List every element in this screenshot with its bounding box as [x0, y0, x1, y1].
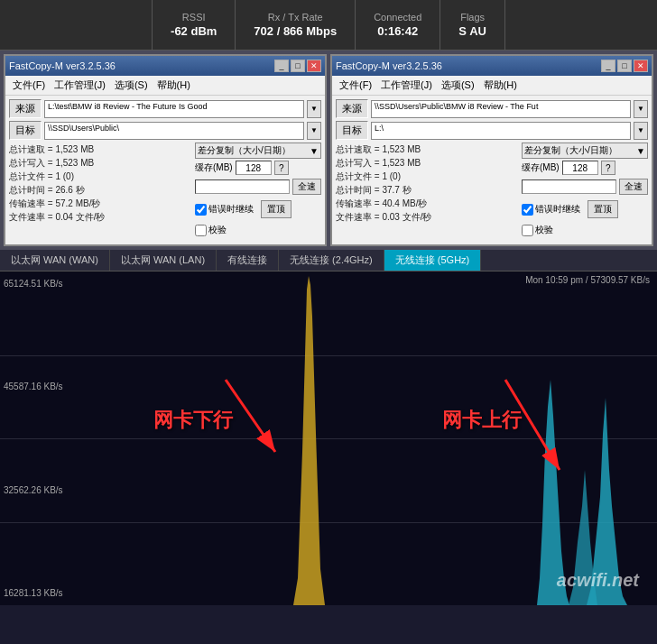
tab-wired[interactable]: 有线连接 [217, 250, 279, 271]
fc2-cache-row: 缓存(MB) ? [522, 161, 648, 175]
fc1-body: 来源 L:\test\BMW i8 Review - The Future Is… [5, 96, 325, 244]
fc2-dest-button[interactable]: 目标 [336, 121, 368, 140]
fc1-checkbox-row: 错误时继续 置顶 [195, 200, 321, 218]
fc2-checkbox-verify[interactable]: 校验 [522, 224, 553, 236]
rssi-cell: RSSI -62 dBm [152, 0, 236, 50]
fc2-menu-options[interactable]: 选项(S) [438, 78, 478, 93]
tab-wan-lan[interactable]: 以太网 WAN (LAN) [110, 250, 217, 271]
tab-wireless-24[interactable]: 无线连接 (2.4GHz) [279, 250, 384, 271]
fc1-checkbox-error[interactable]: 错误时继续 [195, 203, 254, 216]
fc1-mode-label: 差分复制（大小/日期） [198, 144, 291, 157]
fc2-dest-row: 目标 L:\ ▼ [336, 121, 648, 140]
windows-container: FastCopy-M ver3.2.5.36 _ □ ✕ 文件(F) 工作管理(… [0, 51, 657, 250]
fc1-stats-area: 总计速取 = 1,523 MB 总计写入 = 1,523 MB 总计文件 = 1… [9, 143, 321, 238]
fc1-stat-3: 总计文件 = 1 (0) [9, 170, 190, 183]
fc2-close-button[interactable]: ✕ [634, 60, 648, 72]
rxtx-value: 702 / 866 Mbps [254, 24, 337, 38]
fc1-maximize-button[interactable]: □ [291, 60, 305, 72]
fc2-title: FastCopy-M ver3.2.5.36 [336, 60, 442, 71]
flags-value: S AU [458, 24, 486, 38]
connected-label: Connected [374, 12, 421, 23]
fc1-titlebar-icons: _ □ ✕ [274, 60, 321, 72]
fc2-minimize-button[interactable]: _ [601, 60, 615, 72]
flags-cell: Flags S AU [440, 0, 505, 50]
tabs-row: 以太网 WAN (WAN) 以太网 WAN (LAN) 有线连接 无线连接 (2… [0, 250, 657, 271]
fc2-source-row: 来源 \\SSD\Users\Public\BMW i8 Review - Th… [336, 99, 648, 118]
fc2-fullspeed-button[interactable]: 全速 [619, 179, 648, 195]
arrow-upload [433, 362, 596, 488]
rssi-value: -62 dBm [171, 24, 217, 38]
fc1-source-button[interactable]: 来源 [9, 99, 42, 118]
fc2-stat-1: 总计速取 = 1,523 MB [336, 143, 516, 156]
fc1-source-input[interactable]: L:\test\BMW i8 Review - The Future Is Go… [44, 100, 304, 118]
fc2-dest-dropdown[interactable]: ▼ [634, 122, 648, 140]
fc1-minimize-button[interactable]: _ [274, 60, 289, 72]
fc2-body: 来源 \\SSD\Users\Public\BMW i8 Review - Th… [332, 96, 652, 244]
fc1-top-button[interactable]: 置顶 [261, 200, 291, 218]
fc1-dest-input[interactable]: \\SSD\Users\Public\ [44, 122, 304, 140]
fc2-question-button[interactable]: ? [601, 161, 615, 175]
fc1-stat-6: 文件速率 = 0.04 文件/秒 [9, 210, 190, 224]
fc1-checkbox-verify[interactable]: 校验 [195, 224, 227, 236]
fc2-verify-checkbox[interactable] [522, 225, 533, 236]
fc2-maximize-button[interactable]: □ [617, 60, 632, 72]
fc2-stat-2: 总计写入 = 1,523 MB [336, 156, 516, 170]
fc2-dest-input[interactable]: L:\ [371, 122, 631, 140]
watermark: acwifi.net [557, 570, 639, 591]
fc2-stats-area: 总计速取 = 1,523 MB 总计写入 = 1,523 MB 总计文件 = 1… [336, 143, 648, 238]
fc1-dest-dropdown[interactable]: ▼ [307, 122, 321, 140]
fc2-top-button[interactable]: 置顶 [588, 200, 618, 218]
fc2-stat-3: 总计文件 = 1 (0) [336, 170, 516, 183]
fc1-dest-row: 目标 \\SSD\Users\Public\ ▼ [9, 121, 321, 140]
fc2-mode-select[interactable]: 差分复制（大小/日期） ▼ [522, 143, 648, 159]
fc1-source-row: 来源 L:\test\BMW i8 Review - The Future Is… [9, 99, 321, 118]
fc1-menu-file[interactable]: 文件(F) [9, 78, 49, 93]
fc1-menu: 文件(F) 工作管理(J) 选项(S) 帮助(H) [5, 76, 325, 96]
arrow-download [135, 362, 298, 470]
fc1-progress-row: 全速 [195, 179, 321, 195]
fc1-error-checkbox[interactable] [195, 204, 207, 216]
fc2-menu-file[interactable]: 文件(F) [336, 78, 375, 93]
rxtx-label: Rx / Tx Rate [268, 12, 323, 23]
fc1-cache-input[interactable] [236, 161, 272, 175]
fc2-source-dropdown[interactable]: ▼ [634, 100, 648, 118]
tab-wan-wan[interactable]: 以太网 WAN (WAN) [0, 250, 110, 271]
fc1-menu-options[interactable]: 选项(S) [111, 78, 152, 93]
fc1-dest-button[interactable]: 目标 [9, 121, 42, 140]
fc2-cache-input[interactable] [562, 161, 598, 175]
fc2-menu-job[interactable]: 工作管理(J) [377, 78, 436, 93]
fc1-mode-select[interactable]: 差分复制（大小/日期） ▼ [195, 143, 321, 159]
fc1-titlebar: FastCopy-M ver3.2.5.36 _ □ ✕ [5, 56, 325, 76]
fc1-menu-job[interactable]: 工作管理(J) [51, 78, 109, 93]
fc2-menu: 文件(F) 工作管理(J) 选项(S) 帮助(H) [332, 76, 652, 96]
fc2-checkbox-error[interactable]: 错误时继续 [522, 203, 580, 216]
fc2-cache-label: 缓存(MB) [522, 161, 560, 174]
fc2-stats-right: 差分复制（大小/日期） ▼ 缓存(MB) ? 全速 [522, 143, 648, 238]
fc2-mode-arrow: ▼ [636, 146, 645, 156]
fc1-fullspeed-button[interactable]: 全速 [292, 179, 321, 195]
fc2-source-input[interactable]: \\SSD\Users\Public\BMW i8 Review - The F… [371, 100, 631, 118]
fc2-stat-6: 文件速率 = 0.03 文件/秒 [336, 210, 516, 224]
fc1-stats-right: 差分复制（大小/日期） ▼ 缓存(MB) ? 全速 [195, 143, 321, 238]
top-status-bar: RSSI -62 dBm Rx / Tx Rate 702 / 866 Mbps… [0, 0, 657, 51]
fc1-question-button[interactable]: ? [274, 161, 289, 175]
fc1-verify-checkbox[interactable] [195, 225, 207, 236]
fc2-stat-4: 总计时间 = 37.7 秒 [336, 183, 516, 197]
fc2-menu-help[interactable]: 帮助(H) [480, 78, 521, 93]
fc1-source-dropdown[interactable]: ▼ [307, 100, 321, 118]
fc1-verify-row: 校验 [195, 224, 321, 236]
fc2-error-checkbox[interactable] [522, 204, 533, 216]
fc1-title: FastCopy-M ver3.2.5.36 [9, 60, 116, 71]
fc1-close-button[interactable]: ✕ [307, 60, 321, 72]
fc2-source-button[interactable]: 来源 [336, 99, 368, 118]
svg-line-1 [226, 380, 275, 452]
fc1-cache-row: 缓存(MB) ? [195, 161, 321, 175]
fc2-verify-row: 校验 [522, 224, 648, 236]
fc1-menu-help[interactable]: 帮助(H) [153, 78, 194, 93]
fastcopy-window-2: FastCopy-M ver3.2.5.36 _ □ ✕ 文件(F) 工作管理(… [330, 54, 653, 246]
fc1-progress-bar [195, 179, 290, 194]
tab-wireless-5[interactable]: 无线连接 (5GHz) [384, 250, 482, 271]
fc1-mode-arrow: ▼ [310, 146, 319, 156]
fastcopy-window-1: FastCopy-M ver3.2.5.36 _ □ ✕ 文件(F) 工作管理(… [4, 54, 327, 246]
fc2-mode-label: 差分复制（大小/日期） [524, 144, 617, 157]
